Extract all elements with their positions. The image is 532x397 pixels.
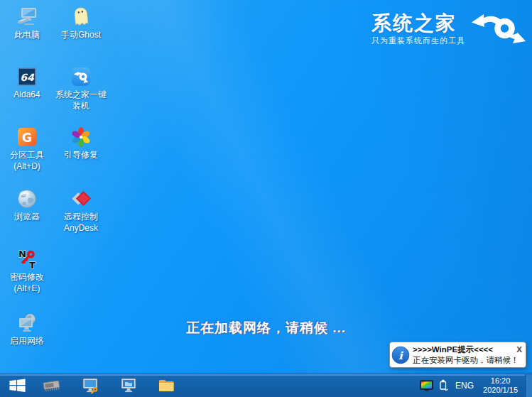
desktop-icon-manual-ghost[interactable]: 手动Ghost — [54, 6, 108, 40]
desktop-icon-onekey-install[interactable]: 系统之家一键 装机 — [54, 65, 108, 111]
start-button[interactable] — [0, 374, 34, 397]
folder-icon — [157, 376, 176, 395]
monitor-key-icon — [81, 376, 100, 395]
icon-label: 此电脑 — [14, 30, 40, 40]
taskbar: ENG 16:20 2020/1/15 — [0, 374, 532, 397]
desktop-icon-this-pc[interactable]: 此电脑 — [0, 6, 54, 40]
notification-title: >>>>WinPE提示<<<< — [413, 344, 493, 355]
browser-globe-icon — [16, 187, 38, 210]
onekey-install-icon — [70, 65, 92, 88]
anydesk-icon — [70, 187, 92, 210]
desktop-background: 系统之家 只为重装系统而生的工具 — [0, 0, 532, 397]
tray-usb-eject[interactable] — [436, 374, 451, 397]
desktop-icon-aida64[interactable]: 64 Aida64 — [0, 65, 54, 99]
partition-tool-icon: G — [16, 126, 38, 148]
taskbar-item-file-explorer[interactable] — [152, 374, 180, 397]
loading-message: 正在加载网络，请稍候 ... — [0, 319, 532, 337]
password-key-icon: N T — [16, 248, 38, 271]
brand-tagline: 只为重装系统而生的工具 — [371, 36, 465, 46]
tray-time: 16:20 — [483, 376, 518, 386]
taskbar-item-remote-desktop[interactable] — [114, 374, 143, 397]
svg-text:N: N — [18, 249, 26, 259]
taskbar-item-ramdisk[interactable] — [37, 374, 65, 397]
icon-label-line2: AnyDesk — [64, 223, 98, 233]
brand-title: 系统之家 — [371, 13, 465, 34]
tray-clock[interactable]: 16:20 2020/1/15 — [478, 376, 523, 395]
winpe-desktop-screen: 系统之家 只为重装系统而生的工具 — [0, 0, 532, 397]
icon-label: 系统之家一键 — [55, 89, 107, 99]
ram-chip-icon — [42, 376, 61, 395]
boot-repair-icon — [70, 126, 92, 148]
icon-label: 分区工具 — [10, 150, 44, 160]
desktop-icon-password-reset[interactable]: N T 密码修改 (Alt+E) — [0, 248, 54, 293]
icon-label: 远程控制 — [64, 212, 98, 222]
brand-logo: 系统之家 只为重装系统而生的工具 — [371, 13, 526, 46]
windows-logo-icon — [8, 377, 27, 394]
icon-label: 密码修改 — [10, 272, 44, 282]
svg-text:T: T — [29, 260, 36, 271]
monitor-folder-icon — [119, 376, 139, 395]
tray-language-indicator[interactable]: ENG — [451, 374, 478, 397]
icon-label: 手动Ghost — [61, 30, 101, 40]
info-icon: i — [391, 346, 410, 364]
this-pc-icon — [16, 6, 38, 28]
icon-label: Aida64 — [13, 89, 40, 99]
aida64-icon: 64 — [16, 65, 38, 88]
brand-swirl-icon — [469, 13, 526, 44]
system-tray: ENG 16:20 2020/1/15 — [418, 374, 532, 397]
desktop-icon-anydesk[interactable]: 远程控制 AnyDesk — [54, 187, 108, 233]
desktop-icon-boot-repair[interactable]: 引导修复 — [54, 126, 108, 160]
brand-text: 系统之家 只为重装系统而生的工具 — [371, 13, 465, 46]
taskbar-item-password-tool[interactable] — [76, 374, 104, 397]
icon-label-line2: 装机 — [72, 101, 89, 111]
notification-message: 正在安装网卡驱动，请稍候！ — [413, 355, 523, 366]
display-color-icon — [420, 380, 434, 392]
ghost-icon — [70, 6, 92, 28]
icon-label-line2: (Alt+D) — [13, 161, 40, 171]
notification-body: >>>>WinPE提示<<<< X 正在安装网卡驱动，请稍候！ — [413, 344, 523, 366]
icon-label-line2: (Alt+E) — [13, 283, 40, 293]
show-desktop-button[interactable] — [525, 374, 532, 397]
desktop-icon-partition-tool[interactable]: G 分区工具 (Alt+D) — [0, 126, 54, 171]
notification-close-button[interactable]: X — [516, 344, 523, 355]
icon-label: 引导修复 — [64, 150, 98, 160]
notification-popup: i >>>>WinPE提示<<<< X 正在安装网卡驱动，请稍候！ — [389, 342, 526, 368]
usb-eject-icon — [438, 379, 449, 393]
icon-label: 启用网络 — [10, 336, 44, 346]
tray-date: 2020/1/15 — [483, 386, 518, 395]
desktop-icon-browser[interactable]: 浏览器 — [0, 187, 54, 222]
icon-label: 浏览器 — [14, 212, 40, 222]
svg-text:64: 64 — [20, 72, 35, 83]
tray-display-settings[interactable] — [418, 374, 436, 397]
svg-text:G: G — [22, 131, 32, 145]
